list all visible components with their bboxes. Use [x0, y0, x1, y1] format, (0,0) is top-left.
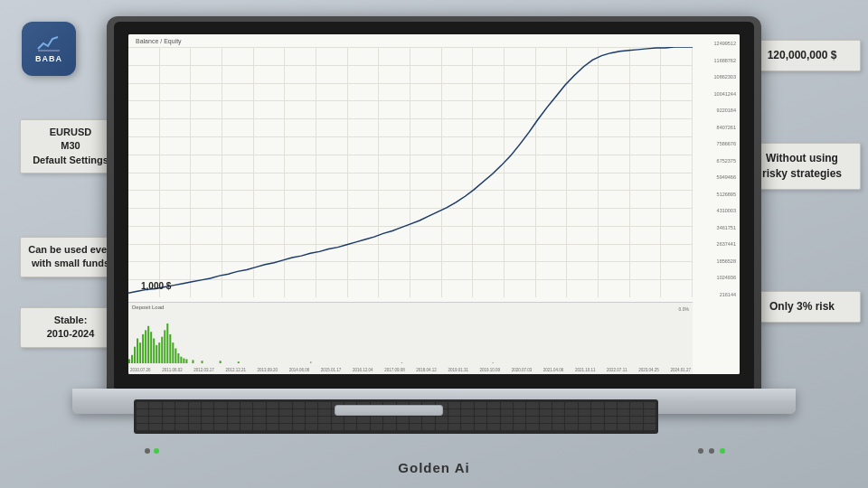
- x-label-2: 2011.06.02: [162, 368, 183, 372]
- y-label-15: 1024936: [717, 276, 736, 281]
- key: [214, 402, 226, 408]
- main-chart-svg: [128, 47, 693, 297]
- key: [461, 402, 473, 408]
- key: [579, 417, 590, 423]
- laptop-screen: Balance / Equity 1,000 $: [128, 34, 740, 374]
- svg-rect-17: [172, 343, 174, 363]
- x-label-5: 2013.09.20: [258, 368, 278, 372]
- x-label-8: 2016.12.04: [353, 368, 373, 372]
- svg-rect-24: [202, 361, 203, 363]
- y-label-9: 5949466: [717, 175, 736, 181]
- laptop-screen-outer: Balance / Equity 1,000 $: [107, 16, 761, 396]
- x-axis: 2010.07.26 2011.06.02 2012.03.17 2012.12…: [128, 368, 693, 372]
- x-label-15: 2021.10.11: [575, 368, 596, 372]
- svg-rect-20: [180, 357, 182, 363]
- y-label-16: 216144: [720, 293, 736, 298]
- key: [332, 417, 344, 423]
- key: [383, 424, 395, 430]
- key: [202, 402, 213, 408]
- key: [422, 417, 434, 423]
- start-value-label: 1,000 $: [141, 281, 171, 291]
- y-label-3: 10862303: [714, 75, 736, 80]
- key: [202, 409, 213, 416]
- laptop-bezel: Balance / Equity 1,000 $: [114, 22, 754, 389]
- key: [644, 424, 656, 430]
- key: [149, 402, 161, 408]
- x-label-3: 2012.03.17: [193, 368, 214, 372]
- key: [371, 417, 382, 423]
- key: [552, 424, 564, 430]
- svg-rect-18: [175, 349, 176, 364]
- key: [241, 424, 252, 430]
- key: [189, 409, 201, 416]
- key: [344, 424, 356, 430]
- key: [475, 402, 486, 408]
- chart-icon: [36, 34, 61, 52]
- key: [526, 409, 538, 416]
- key: [461, 417, 473, 423]
- x-label-16: 2022.07.11: [607, 368, 627, 372]
- key: [318, 417, 330, 423]
- y-label-4: 10041244: [714, 92, 736, 98]
- x-label-4: 2012.12.21: [225, 368, 246, 372]
- key: [202, 417, 213, 423]
- svg-rect-22: [185, 359, 187, 363]
- key: [540, 417, 552, 423]
- key: [357, 424, 369, 430]
- key: [306, 402, 317, 408]
- key: [214, 424, 226, 430]
- key: [526, 402, 538, 408]
- key: [293, 417, 305, 423]
- key: [461, 409, 473, 416]
- x-label-12: 2019.10.09: [480, 368, 501, 372]
- key: [410, 417, 421, 423]
- key: [189, 424, 201, 430]
- y-label-11: 4310003: [717, 209, 736, 214]
- svg-rect-12: [158, 343, 160, 363]
- y-label-5: 9220184: [717, 108, 736, 114]
- x-label-10: 2018.04.12: [416, 368, 437, 372]
- y-label-10: 5126895: [717, 192, 736, 198]
- top-value-text: 120,000,000 $: [768, 49, 837, 61]
- y-label-13: 2637441: [717, 242, 736, 248]
- key: [591, 409, 603, 416]
- risk-text: Only 3% risk: [769, 300, 835, 313]
- svg-rect-5: [139, 343, 141, 363]
- x-label-14: 2021.04.06: [543, 368, 564, 372]
- key: [163, 424, 175, 430]
- key: [137, 402, 148, 408]
- deposit-svg-container: [128, 314, 693, 363]
- key: [579, 402, 590, 408]
- key: [175, 417, 187, 423]
- key: [189, 402, 201, 408]
- key: [448, 417, 460, 423]
- svg-rect-7: [145, 330, 146, 363]
- laptop-trackpad[interactable]: [335, 405, 443, 416]
- svg-rect-23: [192, 360, 193, 363]
- app-icon: BABA: [22, 22, 76, 76]
- bottom-dots-left: [145, 448, 159, 454]
- key: [644, 409, 656, 416]
- key: [357, 417, 369, 423]
- key: [552, 417, 564, 423]
- y-axis: 12499512 11688762 10862303 10041244 9220…: [714, 42, 736, 297]
- key: [371, 424, 382, 430]
- y-label-6: 8407261: [717, 126, 736, 131]
- key: [605, 417, 617, 423]
- svg-rect-25: [220, 361, 222, 363]
- svg-rect-15: [166, 324, 168, 363]
- key: [475, 424, 486, 430]
- x-label-7: 2015.01.17: [321, 368, 342, 372]
- key: [253, 402, 265, 408]
- y-label-8: 6752375: [717, 159, 736, 164]
- key: [163, 417, 175, 423]
- svg-rect-1: [128, 359, 130, 363]
- key: [448, 402, 460, 408]
- strategy-text: Without usingrisky strategies: [762, 152, 842, 180]
- key: [565, 424, 577, 430]
- key: [618, 409, 629, 416]
- svg-rect-19: [177, 353, 179, 363]
- key: [383, 417, 395, 423]
- key: [397, 424, 409, 430]
- y-label-2: 11688762: [714, 59, 736, 64]
